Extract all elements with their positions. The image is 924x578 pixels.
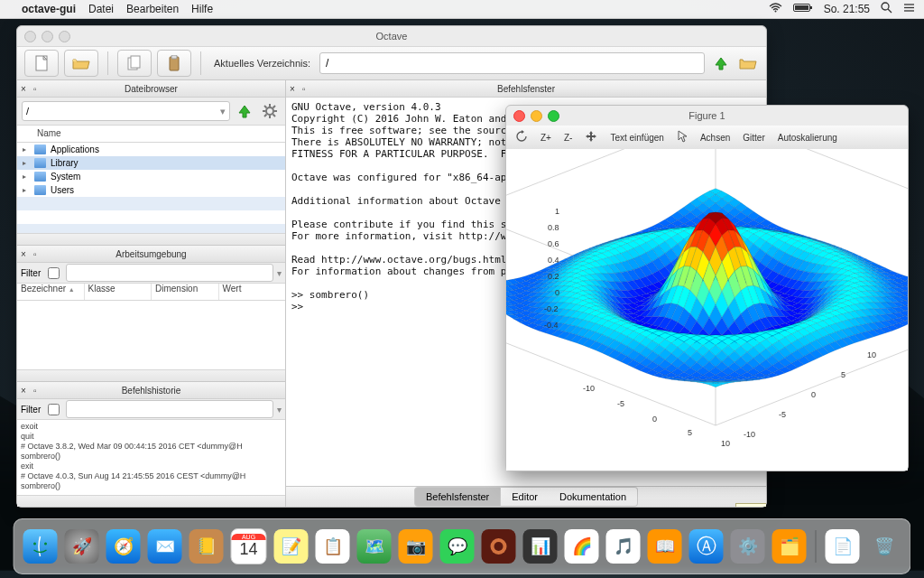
dock-launchpad-icon[interactable]: 🚀 [65,529,99,564]
svg-line-22 [273,106,276,108]
main-toolbar: Aktuelles Verzeichnis: / [17,46,766,80]
cmdwin-close-icon[interactable]: × [290,84,295,94]
dock-photos-icon[interactable]: 🌈 [565,529,599,564]
menubar-item-edit[interactable]: Bearbeiten [126,3,179,15]
workspace-filter-label: Filter [21,268,41,278]
window-zoom-button[interactable] [59,31,70,42]
scrollbar-horizontal[interactable] [17,369,285,381]
spotlight-icon[interactable] [881,2,892,16]
figure-title: Figure 1 [688,110,725,121]
figure-close-button[interactable] [513,110,525,122]
notification-center-icon[interactable] [903,3,915,15]
figure-zoom-button[interactable] [548,110,559,122]
cmdwin-undock-icon[interactable]: ▫ [302,84,306,94]
history-undock-icon[interactable]: ▫ [33,386,37,396]
pan-icon[interactable] [585,130,597,144]
z-tick: 0.8 [548,223,559,232]
workspace-close-icon[interactable]: × [21,249,26,259]
file-browser-undock-icon[interactable]: ▫ [33,84,37,94]
tab-editor[interactable]: Editor [501,487,549,507]
window-close-button[interactable] [24,31,36,42]
file-browser-item[interactable]: ▸Library [17,156,285,170]
menubar-app-name[interactable]: octave-gui [22,3,76,15]
grid-button[interactable]: Gitter [743,133,764,143]
workspace-col-identifier[interactable]: Bezeichner ▲ [17,284,85,300]
dock-activity-icon[interactable]: 📊 [523,529,558,564]
dropdown-icon[interactable]: ▾ [277,405,282,415]
axes-button[interactable]: Achsen [700,133,730,143]
tab-documentation[interactable]: Dokumentation [549,487,638,507]
file-browser-settings-button[interactable] [259,100,281,122]
dock-contacts-icon[interactable]: 📒 [189,529,224,564]
dock-calendar-icon[interactable]: AUG14 [231,528,267,564]
directory-browse-button[interactable] [737,52,759,74]
open-file-button[interactable] [64,50,98,77]
dock-photobooth-icon[interactable]: 📷 [399,529,433,564]
dock-mail-icon[interactable]: ✉️ [148,529,182,564]
dock-octave-icon[interactable] [482,529,516,564]
copy-button[interactable] [117,50,152,77]
figure-canvas[interactable]: 1 0.8 0.6 0.4 0.2 0 -0.2 -0.4 10 5 0 -5 … [506,149,908,471]
file-browser-item[interactable]: ▸System [17,170,285,183]
svg-rect-3 [795,5,808,10]
svg-point-0 [774,11,776,13]
scrollbar-horizontal[interactable] [17,495,285,507]
file-browser-item[interactable]: ▸Applications [17,143,285,156]
file-browser-empty-row [17,210,285,224]
dropdown-icon[interactable]: ▾ [277,268,282,278]
workspace-col-dimension[interactable]: Dimension [152,284,219,300]
history-close-icon[interactable]: × [21,386,26,396]
dock-systemprefs-icon[interactable]: ⚙️ [731,529,765,564]
workspace-col-value[interactable]: Wert [219,284,286,300]
paste-button[interactable] [157,50,191,77]
wifi-icon[interactable] [769,3,782,15]
dock-reminders-icon[interactable]: 📋 [316,529,350,564]
menubar-clock[interactable]: So. 21:55 [824,3,870,15]
file-browser-close-icon[interactable]: × [21,84,26,94]
workspace-undock-icon[interactable]: ▫ [33,249,37,259]
file-browser-item[interactable]: ▸Users [17,183,285,197]
figure-minimize-button[interactable] [531,110,542,122]
window-minimize-button[interactable] [42,31,53,42]
zoom-in-button[interactable]: Z+ [541,133,551,143]
history-filter-input[interactable] [66,400,273,418]
current-directory-input[interactable]: / [319,52,705,74]
autoscale-button[interactable]: Autoskalierung [778,133,837,143]
tab-command-window[interactable]: Befehlsfenster [414,487,501,507]
dock: 🚀 🧭 ✉️ 📒 AUG14 📝 📋 🗺️ 📷 💬 📊 🌈 🎵 📖 Ⓐ ⚙️ 🗂… [14,518,911,574]
cmdwin-title: Befehlsfenster [286,84,766,94]
dock-trash-icon[interactable]: 🗑️ [867,529,901,564]
dock-appstore-icon[interactable]: Ⓐ [689,529,724,564]
directory-up-button[interactable] [710,52,732,74]
select-icon[interactable] [677,130,688,144]
dock-terminal-icon[interactable]: 🗂️ [772,529,807,564]
zoom-out-button[interactable]: Z- [564,133,572,143]
history-list[interactable]: exoit quit # Octave 3.8.2, Wed Mar 09 00… [17,420,285,495]
dock-document-icon[interactable]: 📄 [826,529,860,564]
file-browser-path[interactable]: /▾ [22,101,230,121]
workspace-col-class[interactable]: Klasse [85,284,152,300]
dock-messages-icon[interactable]: 💬 [440,529,475,564]
workspace-filter-checkbox[interactable] [48,267,60,279]
rotate-icon[interactable] [515,130,528,144]
xy-tick: 0 [811,390,816,399]
dock-itunes-icon[interactable]: 🎵 [606,529,641,564]
file-browser-column-name[interactable]: Name [17,125,285,143]
menubar-item-help[interactable]: Hilfe [191,3,213,15]
workspace-filter-input[interactable] [66,264,273,282]
dock-safari-icon[interactable]: 🧭 [106,529,141,564]
dock-notes-icon[interactable]: 📝 [274,529,309,564]
file-browser-panel: × ▫ Dateibrowser /▾ Name ▸Applications ▸… [17,80,285,246]
file-browser-up-button[interactable] [234,100,255,122]
xy-tick: -5 [617,399,624,408]
svg-line-29 [506,149,716,212]
dock-ibooks-icon[interactable]: 📖 [648,529,682,564]
menubar-item-file[interactable]: Datei [88,3,114,15]
dock-finder-icon[interactable] [23,529,58,564]
new-file-button[interactable] [24,50,59,77]
scrollbar-horizontal[interactable] [17,233,285,245]
history-filter-checkbox[interactable] [48,404,60,415]
insert-text-button[interactable]: Text einfügen [610,133,664,143]
dock-maps-icon[interactable]: 🗺️ [357,529,392,564]
battery-icon[interactable] [793,3,813,15]
